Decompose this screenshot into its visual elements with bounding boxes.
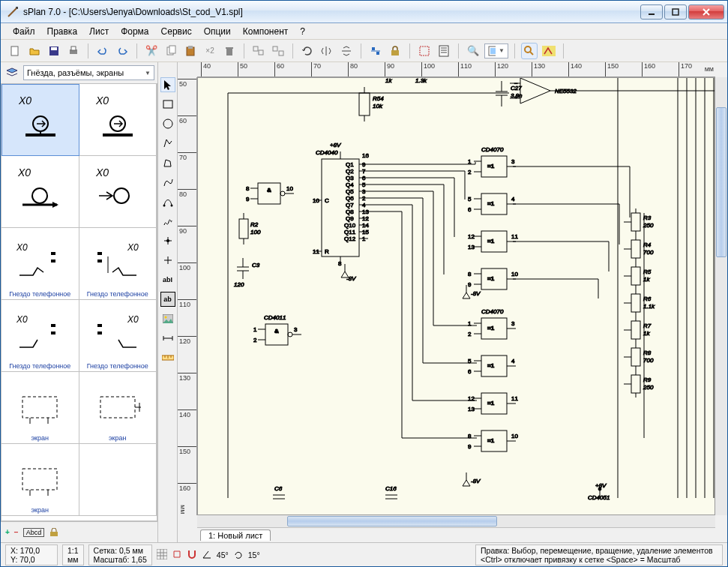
component-caption: экран [1, 506, 79, 514]
close-button[interactable] [688, 4, 724, 20]
menu-shape[interactable]: Форма [115, 25, 154, 38]
svg-text:C16: C16 [385, 485, 397, 492]
cut-icon[interactable]: ✂️ [143, 43, 160, 59]
svg-text:+8V: +8V [330, 142, 341, 148]
find-icon[interactable]: 🔍 [465, 43, 481, 59]
flip-v-icon[interactable] [338, 43, 355, 59]
component-cell[interactable]: экран [1, 372, 79, 444]
group-icon[interactable] [250, 43, 267, 59]
minimize-button[interactable] [640, 4, 663, 20]
duplicate-icon[interactable]: ×2 [202, 43, 218, 59]
svg-text:CD4051: CD4051 [588, 494, 610, 501]
svg-text:Q2: Q2 [346, 168, 354, 175]
library-selector[interactable]: Гнёзда, разъёмы, экраны▼ [23, 65, 154, 80]
svg-text:=1: =1 [487, 238, 495, 244]
component-cell[interactable]: X0 Гнездо телефонное [1, 228, 79, 300]
component-cell[interactable]: X0 [1, 84, 79, 156]
copy-icon[interactable] [163, 43, 179, 59]
list-icon[interactable] [436, 43, 452, 59]
svg-text:R: R [325, 248, 329, 255]
text-tool[interactable]: abI [160, 272, 175, 287]
component-cell[interactable] [79, 444, 157, 516]
new-icon[interactable] [7, 43, 23, 59]
menu-options[interactable]: Опции [198, 25, 237, 38]
delete-icon[interactable] [221, 43, 238, 59]
arrow-tool[interactable] [160, 77, 175, 92]
svg-text:2: 2 [468, 331, 472, 338]
component-cell[interactable]: X0 Гнездо телефонное [79, 300, 157, 372]
dimension-tool[interactable] [160, 331, 175, 346]
svg-text:-8V: -8V [471, 478, 481, 484]
svg-text:10: 10 [286, 185, 293, 192]
svg-text:CD4070: CD4070 [481, 308, 504, 315]
component-cell[interactable]: экран [1, 444, 79, 516]
menu-edit[interactable]: Правка [41, 25, 84, 38]
menu-file[interactable]: Файл [7, 25, 41, 38]
svg-rect-15 [259, 50, 263, 55]
textbox-tool[interactable]: ab [160, 292, 175, 307]
sheet-tab[interactable]: 1: Новый лист [200, 530, 271, 541]
print-icon[interactable] [65, 43, 82, 59]
highlight-icon[interactable] [541, 43, 557, 59]
component-cell[interactable]: X0 Гнездо телефонное [79, 228, 157, 300]
magnet-icon[interactable] [187, 549, 197, 561]
freehand-tool[interactable] [160, 214, 175, 229]
save-icon[interactable] [46, 43, 62, 59]
menu-sheet[interactable]: Лист [83, 25, 115, 38]
svg-text:Q5: Q5 [346, 188, 354, 195]
bezier-tool[interactable] [160, 194, 175, 209]
svg-text:6: 6 [468, 206, 472, 213]
lock-icon[interactable] [387, 43, 403, 59]
svg-rect-2 [673, 9, 679, 15]
ungroup-icon[interactable] [270, 43, 286, 59]
menu-service[interactable]: Сервис [155, 25, 198, 38]
maximize-button[interactable] [664, 4, 687, 20]
undo-icon[interactable] [94, 43, 111, 59]
redo-icon[interactable] [114, 43, 130, 59]
angle-tool-icon[interactable] [202, 549, 212, 561]
component-cell[interactable]: X0 [79, 84, 157, 156]
svg-rect-11 [188, 46, 193, 49]
point-tool[interactable] [160, 233, 175, 248]
image-tool[interactable] [160, 311, 175, 326]
poly-tool[interactable] [160, 136, 175, 151]
horizontal-scrollbar[interactable] [197, 515, 715, 527]
component-cell[interactable]: X0 Гнездо телефонное [1, 300, 79, 372]
grid-toggle-icon[interactable] [157, 549, 167, 561]
rotate-step-icon[interactable] [233, 549, 244, 561]
circle-tool[interactable] [160, 116, 175, 131]
svg-text:X0: X0 [95, 94, 109, 106]
flip-h-icon[interactable] [319, 43, 335, 59]
svg-rect-259 [631, 240, 640, 258]
svg-rect-277 [631, 321, 640, 339]
abcd-label: Abcd [23, 528, 45, 537]
poly-closed-tool[interactable] [160, 155, 175, 170]
rotate-icon[interactable] [299, 43, 316, 59]
component-cell[interactable]: X0 [1, 156, 79, 228]
paste-icon[interactable] [182, 43, 199, 59]
component-cell[interactable]: X0 [79, 156, 157, 228]
open-icon[interactable] [26, 43, 43, 59]
snap-icon[interactable] [172, 549, 182, 561]
layer-combo[interactable]: ▼ [484, 44, 508, 58]
component-cell[interactable]: экран [79, 372, 157, 444]
svg-text:&: & [267, 187, 271, 194]
svg-text:Q8: Q8 [346, 208, 354, 215]
curve-tool[interactable] [160, 175, 175, 190]
zoom-icon[interactable] [521, 43, 538, 59]
junction-tool[interactable] [160, 253, 175, 268]
align-icon[interactable] [367, 43, 384, 59]
select-rect-icon[interactable] [416, 43, 433, 59]
svg-text:CD4070: CD4070 [481, 146, 504, 153]
menu-help[interactable]: ? [294, 25, 311, 38]
library-icon[interactable] [4, 64, 20, 81]
menu-component[interactable]: Компонент [237, 25, 295, 38]
svg-text:3: 3 [511, 320, 515, 327]
svg-text:=1: =1 [487, 163, 495, 170]
svg-point-77 [164, 316, 166, 319]
measure-tool[interactable] [160, 350, 175, 365]
rect-tool[interactable] [160, 97, 175, 112]
schematic-canvas[interactable]: 1k 1.3k R54 10k C27 3. [197, 77, 715, 515]
vertical-scrollbar[interactable] [715, 77, 727, 515]
plus-icon[interactable]: + [5, 528, 10, 536]
